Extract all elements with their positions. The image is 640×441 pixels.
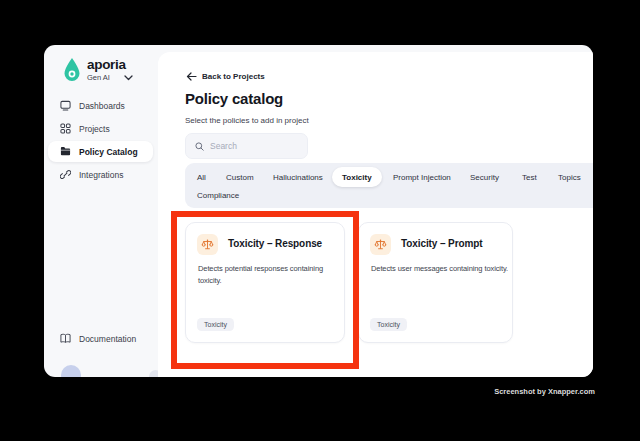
search-input[interactable] (210, 141, 290, 151)
page-subtitle: Select the policies to add in project (185, 116, 309, 125)
card-description: Detects potential responses containing t… (198, 263, 336, 286)
tab-all[interactable]: All (197, 173, 206, 183)
sidebar-item-label: Policy Catalog (79, 147, 138, 157)
main-panel: Back to Projects Policy catalog Select t… (158, 52, 593, 377)
card-title: Toxicity – Prompt (401, 238, 482, 249)
tab-compliance[interactable]: Compliance (197, 191, 239, 201)
card-tag-badge: Toxicity (197, 318, 234, 331)
chevron-down-icon (124, 75, 133, 81)
sidebar-item-projects[interactable]: Projects (44, 118, 158, 139)
tab-toxicity-label: Toxicity (342, 173, 372, 182)
dashboard-icon (60, 100, 71, 111)
user-avatar[interactable] (61, 365, 81, 377)
workspace-switcher[interactable]: Gen AI (87, 73, 133, 82)
arrow-left-icon (186, 72, 197, 81)
brand: aporia Gen AI (62, 57, 133, 84)
card-tag-badge: Toxicity (370, 318, 407, 331)
sidebar-item-policy-catalog[interactable]: Policy Catalog (48, 141, 153, 162)
scales-icon (201, 238, 214, 251)
aporia-logo-icon (62, 57, 82, 84)
workspace-name: Gen AI (87, 73, 110, 82)
sidebar-item-documentation[interactable]: Documentation (44, 328, 158, 349)
policy-card-toxicity-response[interactable]: Toxicity – Response Detects potential re… (185, 222, 345, 343)
folder-icon (60, 146, 71, 157)
search-icon (195, 142, 204, 151)
back-to-projects-link[interactable]: Back to Projects (186, 72, 265, 81)
page-title: Policy catalog (185, 90, 283, 107)
sidebar-item-label: Projects (79, 124, 110, 134)
sidebar-item-label: Dashboards (79, 101, 125, 111)
card-title: Toxicity – Response (228, 238, 322, 249)
card-description: Detects user messages containing toxicit… (371, 263, 509, 275)
app-window: aporia Gen AI Dashboards (44, 45, 593, 377)
category-tabs: All Custom Hallucinations Toxicity Promp… (185, 163, 593, 208)
back-link-label: Back to Projects (202, 72, 265, 81)
sidebar-item-integrations[interactable]: Integrations (44, 164, 158, 185)
scales-icon (374, 238, 387, 251)
tab-test[interactable]: Test (522, 173, 537, 183)
tab-toxicity[interactable]: Toxicity (332, 167, 382, 187)
screenshot-canvas: aporia Gen AI Dashboards (0, 0, 640, 441)
book-icon (60, 333, 71, 344)
tab-topics[interactable]: Topics (558, 173, 581, 183)
sidebar-item-label: Integrations (79, 170, 123, 180)
projects-grid-icon (60, 123, 71, 134)
tab-security[interactable]: Security (470, 173, 499, 183)
tab-custom[interactable]: Custom (226, 173, 254, 183)
link-icon (60, 169, 71, 180)
brand-name: aporia (87, 57, 133, 72)
sidebar-item-dashboards[interactable]: Dashboards (44, 95, 158, 116)
sidebar: aporia Gen AI Dashboards (44, 45, 158, 377)
sidebar-item-label: Documentation (79, 334, 136, 344)
watermark-text: Screenshot by Xnapper.com (494, 387, 595, 396)
tab-hallucinations[interactable]: Hallucinations (273, 173, 323, 183)
policy-card-toxicity-prompt[interactable]: Toxicity – Prompt Detects user messages … (358, 222, 513, 343)
sidebar-nav: Dashboards Projects Po (44, 95, 158, 187)
search-box[interactable] (185, 133, 308, 159)
tab-prompt-injection[interactable]: Prompt Injection (393, 173, 451, 183)
